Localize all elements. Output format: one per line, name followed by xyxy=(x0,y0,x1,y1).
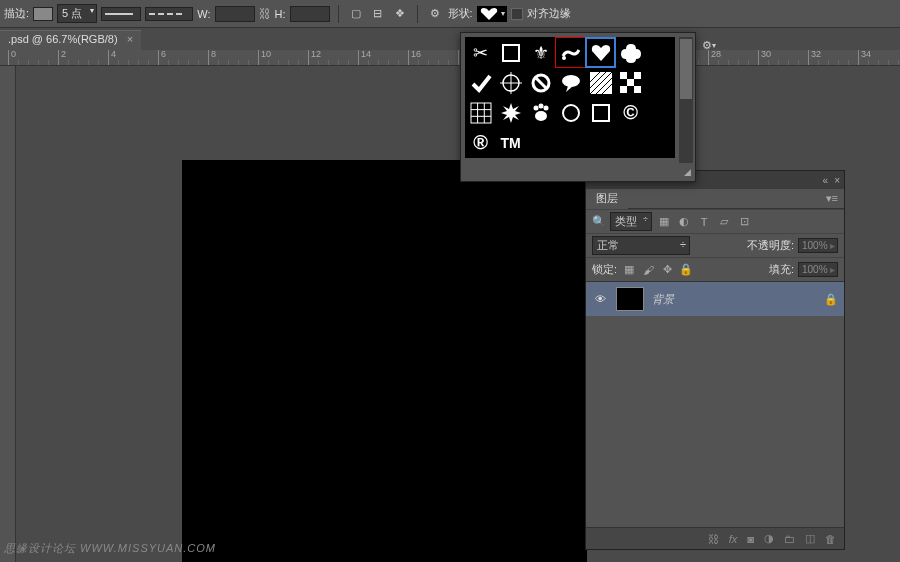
height-input[interactable] xyxy=(290,6,330,22)
new-layer-icon[interactable]: ◫ xyxy=(805,532,815,545)
shape-registered[interactable]: ® xyxy=(466,128,495,157)
width-input[interactable] xyxy=(215,6,255,22)
svg-point-23 xyxy=(533,105,538,110)
shape-blob[interactable] xyxy=(616,38,645,67)
close-icon[interactable]: × xyxy=(127,33,133,45)
lock-trans-icon[interactable]: ▦ xyxy=(621,262,637,278)
stroke-style[interactable] xyxy=(101,7,141,21)
shape-square2[interactable] xyxy=(586,98,615,127)
filter-type-icon[interactable]: T xyxy=(696,214,712,230)
shape-hatch[interactable] xyxy=(586,68,615,97)
gear-icon[interactable]: ⚙ xyxy=(426,5,444,23)
stroke-color-swatch[interactable] xyxy=(33,7,53,21)
panel-close-icon[interactable]: × xyxy=(834,175,840,186)
shape-picker-gear-icon[interactable]: ⚙▾ xyxy=(700,36,718,54)
shape-heart[interactable] xyxy=(586,38,615,67)
filter-row: 🔍 类型 ▦ ◐ T ▱ ⊡ xyxy=(586,209,844,233)
shape-tm[interactable]: TM xyxy=(496,128,525,157)
shape-speech[interactable] xyxy=(556,68,585,97)
shape-grid: ✂ ⚜ © ® TM xyxy=(465,37,675,158)
panel-collapse-icon[interactable]: « xyxy=(823,175,829,186)
lock-row: 锁定: ▦ 🖌 ✥ 🔒 填充: 100% xyxy=(586,257,844,281)
filter-shape-icon[interactable]: ▱ xyxy=(716,214,732,230)
stroke-dash-style[interactable] xyxy=(145,7,193,21)
shape-fleur[interactable]: ⚜ xyxy=(526,38,555,67)
shape-noentry[interactable] xyxy=(526,68,555,97)
layer-item[interactable]: 👁 背景 🔒 xyxy=(586,282,844,316)
shape-tilde[interactable] xyxy=(556,38,585,67)
shape-grid-icon[interactable] xyxy=(466,98,495,127)
arrange-icon[interactable]: ❖ xyxy=(391,5,409,23)
shape-preview[interactable]: ▾ xyxy=(477,6,507,22)
svg-point-25 xyxy=(543,105,548,110)
adjustment-icon[interactable]: ◑ xyxy=(764,532,774,545)
layer-list: 👁 背景 🔒 xyxy=(586,281,844,316)
w-label: W: xyxy=(197,8,210,20)
svg-rect-17 xyxy=(634,86,641,93)
blend-mode-dropdown[interactable]: 正常 xyxy=(592,236,690,255)
layers-tab[interactable]: 图层 xyxy=(586,189,628,209)
link-layers-icon[interactable]: ⛓ xyxy=(708,533,719,545)
align-edges-checkbox[interactable] xyxy=(511,8,523,20)
shape-burst[interactable] xyxy=(496,98,525,127)
lock-pos-icon[interactable]: ✥ xyxy=(659,262,675,278)
h-label: H: xyxy=(275,8,286,20)
layer-name: 背景 xyxy=(652,292,674,307)
blend-row: 正常 不透明度: 100% xyxy=(586,233,844,257)
options-toolbar: 描边: 5 点 W: ⛓ H: ▢ ⊟ ❖ ⚙ 形状: ▾ 对齐边缘 xyxy=(0,0,900,28)
layer-thumbnail[interactable] xyxy=(616,287,644,311)
fill-label: 填充: xyxy=(769,262,794,277)
align-edges-label: 对齐边缘 xyxy=(527,6,571,21)
shape-scissors[interactable]: ✂ xyxy=(466,38,495,67)
shape-square[interactable] xyxy=(496,38,525,67)
lock-icons: ▦ 🖌 ✥ 🔒 xyxy=(621,262,694,278)
svg-point-26 xyxy=(535,111,547,121)
shape-checker[interactable] xyxy=(616,68,645,97)
shape-scroll-thumb[interactable] xyxy=(680,39,692,99)
watermark: 思缘设计论坛 WWW.MISSYUAN.COM xyxy=(4,541,216,556)
shape-target[interactable] xyxy=(496,68,525,97)
shape-scrollbar[interactable] xyxy=(679,37,693,163)
stroke-size-dropdown[interactable]: 5 点 xyxy=(57,4,97,23)
opacity-label: 不透明度: xyxy=(747,238,794,253)
visibility-icon[interactable]: 👁 xyxy=(592,293,608,305)
filter-adjust-icon[interactable]: ◐ xyxy=(676,214,692,230)
filter-smart-icon[interactable]: ⊡ xyxy=(736,214,752,230)
svg-rect-15 xyxy=(627,79,634,86)
link-icon[interactable]: ⛓ xyxy=(259,7,271,21)
ruler-horizontal: 0246810121416182022242628303234 xyxy=(0,50,900,66)
lock-label: 锁定: xyxy=(592,262,617,277)
search-icon[interactable]: 🔍 xyxy=(592,215,606,228)
panel-menu-icon[interactable]: ▾≡ xyxy=(826,192,838,205)
mask-icon[interactable]: ◙ xyxy=(747,533,754,545)
lock-icon[interactable]: 🔒 xyxy=(824,293,838,306)
group-icon[interactable]: 🗀 xyxy=(784,533,795,545)
shape-resize-icon[interactable]: ◢ xyxy=(684,167,691,177)
filter-pixel-icon[interactable]: ▦ xyxy=(656,214,672,230)
shape-paw[interactable] xyxy=(526,98,555,127)
layers-bottom-toolbar: ⛓ fx ◙ ◑ 🗀 ◫ 🗑 xyxy=(586,527,844,549)
shape-label: 形状: xyxy=(448,6,473,21)
divider xyxy=(417,5,418,23)
path-ops-icon[interactable]: ▢ xyxy=(347,5,365,23)
filter-type-dropdown[interactable]: 类型 xyxy=(610,212,652,231)
svg-point-6 xyxy=(562,75,580,87)
align-icon[interactable]: ⊟ xyxy=(369,5,387,23)
delete-icon[interactable]: 🗑 xyxy=(825,533,836,545)
lock-pixel-icon[interactable]: 🖌 xyxy=(640,262,656,278)
svg-point-0 xyxy=(562,56,566,60)
shape-circle[interactable] xyxy=(556,98,585,127)
lock-all-icon[interactable]: 🔒 xyxy=(678,262,694,278)
canvas[interactable] xyxy=(182,160,587,562)
svg-rect-18 xyxy=(471,103,491,123)
document-tab[interactable]: .psd @ 66.7%(RGB/8) × xyxy=(0,30,141,50)
fill-input[interactable]: 100% xyxy=(798,262,838,277)
fx-icon[interactable]: fx xyxy=(729,533,738,545)
shape-copyright[interactable]: © xyxy=(616,98,645,127)
layers-panel: « × 图层 ▾≡ 🔍 类型 ▦ ◐ T ▱ ⊡ 正常 不透明度: 100% 锁… xyxy=(585,170,845,550)
shape-check[interactable] xyxy=(466,68,495,97)
stroke-label: 描边: xyxy=(4,6,29,21)
opacity-input[interactable]: 100% xyxy=(798,238,838,253)
shape-picker-popup: ✂ ⚜ © ® TM ◢ xyxy=(460,32,696,182)
svg-rect-16 xyxy=(620,86,627,93)
